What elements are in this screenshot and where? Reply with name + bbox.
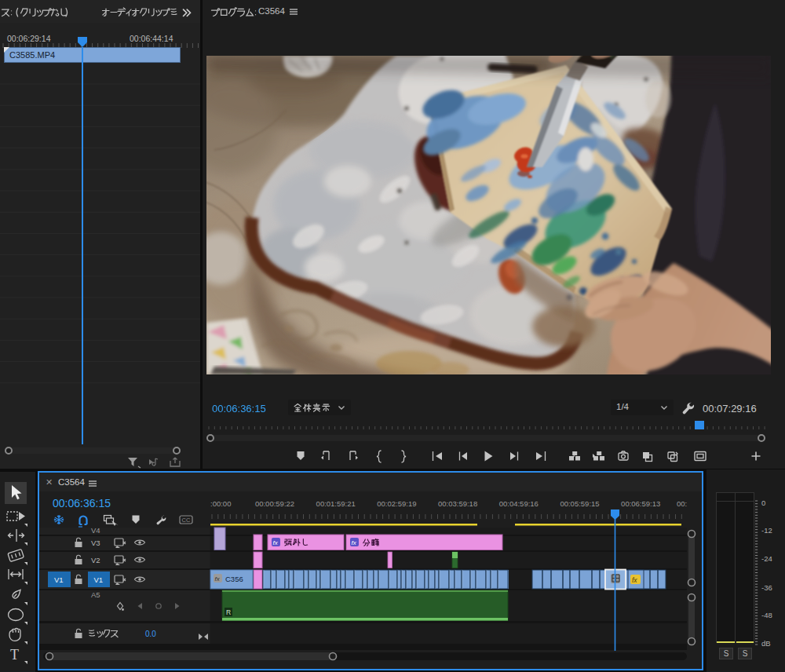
svg-text:dB: dB xyxy=(761,639,771,648)
svg-text:-24: -24 xyxy=(761,554,772,563)
svg-text:-36: -36 xyxy=(761,583,772,592)
svg-text:-12: -12 xyxy=(761,526,772,535)
svg-text:-48: -48 xyxy=(761,611,772,619)
svg-text:T: T xyxy=(10,647,19,663)
svg-text:0: 0 xyxy=(761,499,765,507)
